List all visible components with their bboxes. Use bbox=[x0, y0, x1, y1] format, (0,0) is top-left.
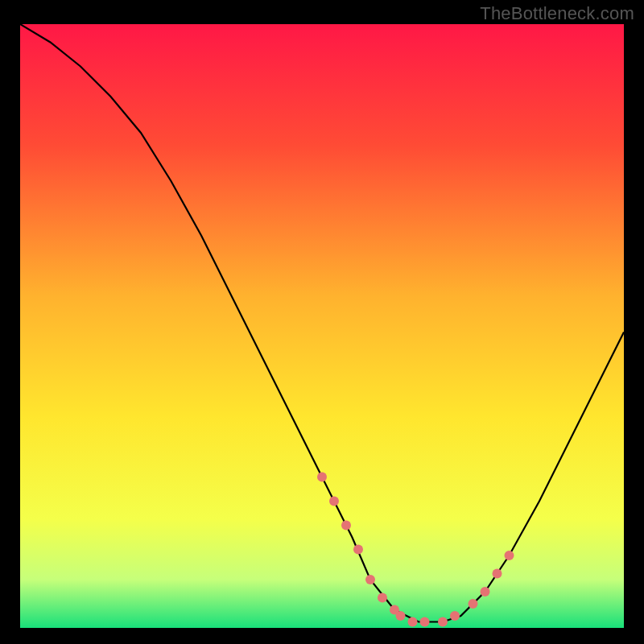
highlight-point bbox=[353, 545, 363, 555]
watermark-text: TheBottleneck.com bbox=[480, 3, 634, 24]
highlight-point bbox=[408, 617, 418, 627]
highlight-point bbox=[317, 473, 327, 482]
highlight-point bbox=[450, 611, 460, 621]
highlight-point bbox=[420, 617, 430, 627]
highlight-point bbox=[365, 575, 375, 584]
highlight-point bbox=[438, 617, 448, 627]
highlight-point bbox=[505, 551, 514, 560]
highlight-point bbox=[329, 497, 339, 506]
highlight-point bbox=[396, 611, 406, 621]
highlight-point bbox=[493, 569, 502, 579]
gradient-background bbox=[20, 24, 624, 628]
plot-area bbox=[20, 24, 624, 628]
highlight-point bbox=[378, 593, 387, 603]
highlight-point bbox=[341, 521, 351, 530]
chart-svg bbox=[20, 24, 624, 628]
highlight-point bbox=[469, 599, 478, 609]
highlight-point bbox=[481, 587, 490, 597]
chart-container: TheBottleneck.com bbox=[0, 0, 644, 644]
